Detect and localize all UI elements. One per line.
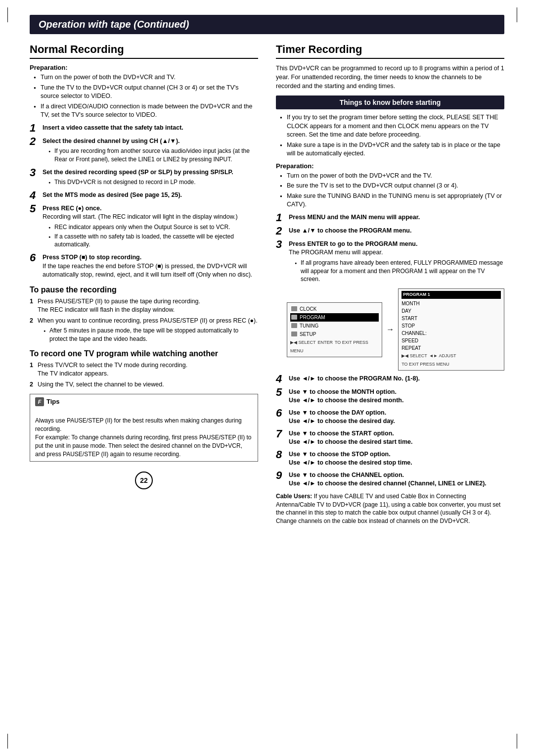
timer-step-3-sub: If all programs have already been entere… xyxy=(289,259,504,284)
step-body-5: Recording will start. (The REC indicator… xyxy=(43,213,238,220)
step-num-3: 3 xyxy=(30,167,41,178)
menu-item-program: PROGRAM xyxy=(290,313,379,322)
timer-step-content-8: Use ▼ to choose the STOP option. Use ◄/►… xyxy=(289,450,504,468)
menu-clock-label: CLOCK xyxy=(300,305,316,313)
menu-left-nav: ▶◀ SELECT ENTER TO EXIT PRESS MENU xyxy=(290,339,379,355)
step-num-2: 2 xyxy=(30,136,41,147)
timer-recording-title: Timer Recording xyxy=(276,43,504,59)
menu-program-label: PROGRAM xyxy=(300,314,325,321)
timer-step-num-3: 3 xyxy=(276,239,287,250)
to-pause-list: 1 Press PAUSE/STEP (II) to pause the tap… xyxy=(30,297,258,343)
timer-step-num-9: 9 xyxy=(276,470,287,481)
things-list: If you try to set the program timer befo… xyxy=(276,113,504,158)
timer-step-num-1: 1 xyxy=(276,212,287,223)
step-5: 5 Press REC (●) once. Recording will sta… xyxy=(30,204,258,250)
tips-label: Tips xyxy=(46,397,60,406)
timer-step-content-9: Use ▼ to choose the CHANNEL option. Use … xyxy=(289,471,504,488)
list-item: If all programs have already been entere… xyxy=(295,259,504,284)
timer-step-title-4: Use ◄/► to choose the PROGRAM No. (1-8). xyxy=(289,375,420,382)
list-item: After 5 minutes in pause mode, the tape … xyxy=(44,327,258,343)
step-num-5: 5 xyxy=(30,203,41,214)
menu-right-start: START xyxy=(401,315,501,322)
timer-step-title-2: Use ▲/▼ to choose the PROGRAM menu. xyxy=(289,227,411,234)
step-title-4: Set the MTS mode as desired (See page 15… xyxy=(43,191,182,198)
step-title-2: Select the desired channel by using CH (… xyxy=(43,138,180,144)
timer-step-num-6: 6 xyxy=(276,408,287,419)
step-content-4: Set the MTS mode as desired (See page 15… xyxy=(43,191,258,200)
menu-item-tuning: TUNING xyxy=(290,322,379,330)
menu-right-channel: CHANNEL: xyxy=(401,330,501,337)
tips-body: Always use PAUSE/STEP (II) for the best … xyxy=(35,409,253,459)
list-item: 1 Press TV/VCR to select the TV mode dur… xyxy=(30,361,258,378)
list-item: Make sure a tape is in the DVD+VCR and t… xyxy=(280,141,504,158)
tuning-icon xyxy=(291,323,297,328)
header-title: Operation with tape (Continued) xyxy=(39,19,189,30)
page-number: 22 xyxy=(135,472,153,489)
timer-step-body2-6: Use ◄/► to choose the desired day. xyxy=(289,418,395,425)
timer-step-content-3: Press ENTER to go to the PROGRAM menu. T… xyxy=(289,240,504,284)
cable-users-text: Cable Users: If you have CABLE TV and us… xyxy=(276,492,504,525)
step-content-5: Press REC (●) once. Recording will start… xyxy=(43,204,258,250)
timer-step-5: 5 Use ▼ to choose the MONTH option. Use … xyxy=(276,388,504,405)
step-content-2: Select the desired channel by using CH (… xyxy=(43,137,258,165)
header-bar: Operation with tape (Continued) xyxy=(30,15,504,34)
timer-step-body2-9: Use ◄/► to choose the desired channel (C… xyxy=(289,480,487,487)
menu-arrow: → xyxy=(386,325,394,334)
timer-step-content-5: Use ▼ to choose the MONTH option. Use ◄/… xyxy=(289,388,504,405)
timer-step-content-4: Use ◄/► to choose the PROGRAM No. (1-8). xyxy=(289,375,504,383)
step-3-sub: This DVD+VCR is not designed to record i… xyxy=(43,178,258,187)
tips-box: F Tips Always use PAUSE/STEP (II) for th… xyxy=(30,394,258,462)
list-item: This DVD+VCR is not designed to record i… xyxy=(48,178,258,187)
list-item: Make sure the TUNING BAND in the TUNING … xyxy=(280,192,504,209)
corner-mark-tr xyxy=(517,7,527,22)
menu-right-month: MONTH xyxy=(401,300,501,307)
list-item: Turn on the power of both the DVD+VCR an… xyxy=(34,73,258,82)
timer-step-title-9: Use ▼ to choose the CHANNEL option. xyxy=(289,472,404,478)
timer-step-body2-8: Use ◄/► to choose the desired stop time. xyxy=(289,459,412,466)
timer-step-title-3: Press ENTER to go to the PROGRAM menu. xyxy=(289,240,417,247)
timer-prep-label: Preparation: xyxy=(276,162,504,170)
step-title-5: Press REC (●) once. xyxy=(43,205,101,212)
step-content-3: Set the desired recording speed (SP or S… xyxy=(43,168,258,188)
normal-recording-title: Normal Recording xyxy=(30,43,258,59)
timer-step-content-6: Use ▼ to choose the DAY option. Use ◄/► … xyxy=(289,409,504,426)
step-2: 2 Select the desired channel by using CH… xyxy=(30,137,258,165)
timer-step-num-7: 7 xyxy=(276,428,287,439)
cable-users-label: Cable Users: xyxy=(276,493,312,500)
step-num-1: 1 xyxy=(30,123,41,134)
timer-step-content-1: Press MENU and the MAIN menu will appear… xyxy=(289,213,504,222)
list-item: 1 Press PAUSE/STEP (II) to pause the tap… xyxy=(30,297,258,315)
timer-step-body-3: The PROGRAM menu will appear. xyxy=(289,249,383,256)
timer-step-content-7: Use ▼ to choose the START option. Use ◄/… xyxy=(289,429,504,447)
menu-right-stop: STOP xyxy=(401,322,501,330)
corner-mark-bl xyxy=(7,734,17,749)
menu-left-box: CLOCK PROGRAM TUNING SETUP xyxy=(287,302,382,357)
list-item: If a cassette with no safety tab is load… xyxy=(48,233,258,249)
normal-recording-section: Normal Recording Preparation: Turn on th… xyxy=(30,43,258,489)
menu-program-title: PROGRAM 1 xyxy=(401,291,501,299)
list-item: If you try to set the program timer befo… xyxy=(280,113,504,140)
step-title-3: Set the desired recording speed (SP or S… xyxy=(43,169,233,176)
timer-intro: This DVD+VCR can be programmed to record… xyxy=(276,64,504,91)
timer-step-4: 4 Use ◄/► to choose the PROGRAM No. (1-8… xyxy=(276,375,504,384)
to-record-another-title: To record one TV program while watching … xyxy=(30,349,258,358)
step-num-4: 4 xyxy=(30,190,41,201)
list-item: If you are recording from another source… xyxy=(48,147,258,164)
menu-item-setup: SETUP xyxy=(290,330,379,338)
timer-recording-section: Timer Recording This DVD+VCR can be prog… xyxy=(276,43,504,525)
timer-step-title-6: Use ▼ to choose the DAY option. xyxy=(289,409,386,416)
normal-prep-label: Preparation: xyxy=(30,64,258,71)
list-item: Be sure the TV is set to the DVD+VCR out… xyxy=(280,182,504,190)
timer-step-body2-7: Use ◄/► to choose the desired start time… xyxy=(289,438,413,445)
timer-step-3: 3 Press ENTER to go to the PROGRAM menu.… xyxy=(276,240,504,284)
timer-step-body2-5: Use ◄/► to choose the desired month. xyxy=(289,397,403,404)
step-content-1: Insert a video cassette that the safety … xyxy=(43,124,258,133)
to-pause-title: To pause the recording xyxy=(30,285,258,294)
menu-diagram: CLOCK PROGRAM TUNING SETUP xyxy=(287,288,504,371)
list-item: If a direct VIDEO/AUDIO connection is ma… xyxy=(34,102,258,120)
timer-step-title-1: Press MENU and the MAIN menu will appear… xyxy=(289,214,420,221)
list-item: REC indicator appears only when the Outp… xyxy=(48,223,258,232)
menu-right-repeat: REPEAT xyxy=(401,344,501,352)
timer-step-9: 9 Use ▼ to choose the CHANNEL option. Us… xyxy=(276,471,504,488)
clock-icon xyxy=(291,306,297,311)
